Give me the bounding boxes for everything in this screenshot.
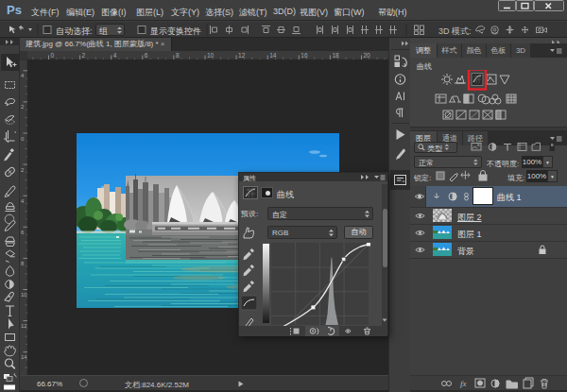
svg-text:8: 8 [176,52,180,59]
svg-text:4: 4 [113,52,117,59]
svg-text:12: 12 [238,52,246,59]
svg-text:20: 20 [364,52,371,59]
svg-text:fx: fx [460,379,467,388]
svg-text:10: 10 [21,292,27,298]
svg-text:16: 16 [301,52,308,59]
svg-text:2: 2 [82,52,86,59]
svg-text:10: 10 [207,52,215,59]
svg-text:14: 14 [269,52,277,59]
svg-text:12: 12 [21,323,27,329]
svg-text:6: 6 [145,52,148,59]
svg-text:0: 0 [51,52,55,59]
svg-text:18: 18 [332,52,339,59]
svg-text:14: 14 [21,354,27,360]
